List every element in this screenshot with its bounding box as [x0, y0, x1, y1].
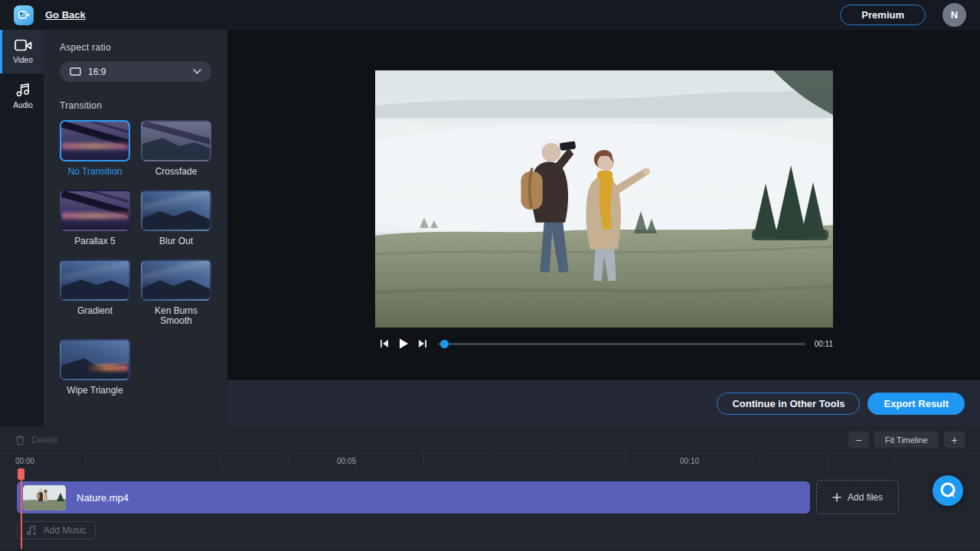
timeline-panel: Delete − Fit Timeline + 00:00 00:05 00:1…: [0, 426, 980, 551]
transition-option-ken-burns-smooth[interactable]: Ken Burns Smooth: [141, 259, 211, 328]
transition-thumbnail: [141, 120, 211, 161]
video-preview[interactable]: [375, 70, 833, 328]
aspect-ratio-dropdown[interactable]: 16:9: [60, 61, 211, 82]
transition-option-wipe-triangle[interactable]: Wipe Triangle: [60, 339, 130, 396]
action-bar: Continue in Other Tools Export Result: [227, 380, 980, 426]
video-camera-icon: [15, 39, 32, 52]
play-icon: [397, 337, 410, 350]
music-note-plus-icon: [26, 525, 37, 536]
timeline-zoom-controls: − Fit Timeline +: [848, 432, 965, 448]
plus-icon: [832, 493, 841, 502]
transition-label: No Transition: [68, 167, 122, 178]
continue-other-tools-button[interactable]: Continue in Other Tools: [717, 393, 860, 415]
timeline-bottom-divider: [0, 544, 980, 545]
tab-video[interactable]: Video: [0, 30, 44, 73]
delete-button[interactable]: Delete: [15, 435, 58, 445]
tool-rail: Video Audio: [0, 30, 44, 426]
clip-name-label: Nature.mp4: [77, 492, 129, 504]
timeline-ruler[interactable]: 00:00 00:05 00:10: [0, 454, 980, 471]
add-files-button[interactable]: Add files: [816, 480, 899, 514]
timeline-toolbar: Delete − Fit Timeline +: [0, 426, 980, 454]
trash-icon: [15, 435, 25, 445]
top-bar: Go Back Premium N: [0, 0, 980, 30]
transition-label: Wipe Triangle: [67, 386, 122, 396]
seek-handle[interactable]: [440, 340, 449, 348]
transition-option-no-transition[interactable]: No Transition: [60, 120, 130, 178]
skip-back-icon: [379, 338, 390, 349]
chevron-down-icon: [193, 69, 201, 74]
video-editor-app: Go Back Premium N Video Audio Aspect rat…: [0, 0, 980, 551]
transition-label: Gradient: [77, 306, 113, 317]
user-avatar[interactable]: N: [942, 3, 966, 27]
clip-thumbnail: [23, 485, 66, 510]
chat-support-button[interactable]: [933, 475, 963, 506]
transition-thumbnail: [60, 339, 130, 380]
transition-thumbnail: [60, 190, 130, 231]
aspect-ratio-label: Aspect ratio: [60, 42, 211, 53]
add-music-label: Add Music: [43, 525, 86, 536]
add-music-button[interactable]: Add Music: [17, 521, 96, 540]
transition-thumbnail: [60, 259, 130, 301]
transition-option-parallax-5[interactable]: Parallax 5: [60, 190, 130, 247]
skip-forward-icon: [417, 338, 428, 349]
transition-section-label: Transition: [60, 100, 211, 111]
video-frame-scene: [375, 70, 833, 328]
seek-slider[interactable]: [438, 339, 805, 348]
play-button[interactable]: [394, 337, 413, 350]
aspect-rect-icon: [70, 67, 81, 76]
transition-option-crossfade[interactable]: Crossfade: [141, 120, 211, 178]
transition-thumbnail: [141, 259, 211, 301]
chat-bubble-icon: [939, 481, 957, 500]
zoom-in-button[interactable]: +: [944, 432, 965, 448]
skip-back-button[interactable]: [375, 338, 394, 349]
duration-label: 00:11: [815, 340, 833, 348]
transition-label: Ken Burns Smooth: [141, 306, 211, 328]
timeline-tracks: Nature.mp4 Add files Add Music: [0, 471, 980, 550]
transition-label: Blur Out: [159, 236, 193, 247]
skip-forward-button[interactable]: [413, 338, 432, 349]
add-files-label: Add files: [848, 492, 883, 503]
music-notes-icon: [15, 82, 31, 97]
ruler-tick-label: 00:00: [15, 457, 34, 465]
export-result-button[interactable]: Export Result: [867, 393, 965, 415]
seek-track: [438, 343, 805, 345]
tab-video-label: Video: [13, 56, 32, 64]
app-logo[interactable]: [14, 5, 34, 25]
playhead-line: [21, 472, 22, 549]
playhead-handle[interactable]: [18, 468, 24, 480]
zoom-out-button[interactable]: −: [848, 432, 869, 448]
video-camera-logo-icon: [18, 9, 30, 21]
fit-timeline-button[interactable]: Fit Timeline: [874, 432, 939, 448]
transition-option-blur-out[interactable]: Blur Out: [141, 190, 211, 247]
tab-audio[interactable]: Audio: [0, 73, 44, 117]
go-back-link[interactable]: Go Back: [45, 9, 86, 21]
premium-button[interactable]: Premium: [840, 5, 926, 25]
aspect-ratio-value: 16:9: [88, 67, 106, 77]
player-controls: 00:11: [375, 335, 833, 352]
transition-option-gradient[interactable]: Gradient: [60, 259, 130, 328]
tab-audio-label: Audio: [13, 101, 33, 109]
ruler-tick-label: 00:10: [680, 457, 699, 465]
topbar-right: Premium N: [840, 3, 966, 27]
transition-label: Parallax 5: [74, 236, 115, 247]
delete-label: Delete: [31, 435, 58, 445]
settings-panel: Aspect ratio 16:9 Transition No Transiti…: [44, 30, 227, 426]
transition-label: Crossfade: [155, 167, 198, 178]
preview-stage: 00:11: [227, 30, 980, 380]
transition-thumbnail: [141, 190, 211, 231]
video-clip-nature[interactable]: Nature.mp4: [17, 481, 810, 514]
transition-thumbnail: [60, 120, 130, 161]
transition-grid: No Transition Crossfade Parallax 5 Blur …: [60, 120, 211, 396]
ruler-tick-label: 00:05: [337, 457, 356, 465]
